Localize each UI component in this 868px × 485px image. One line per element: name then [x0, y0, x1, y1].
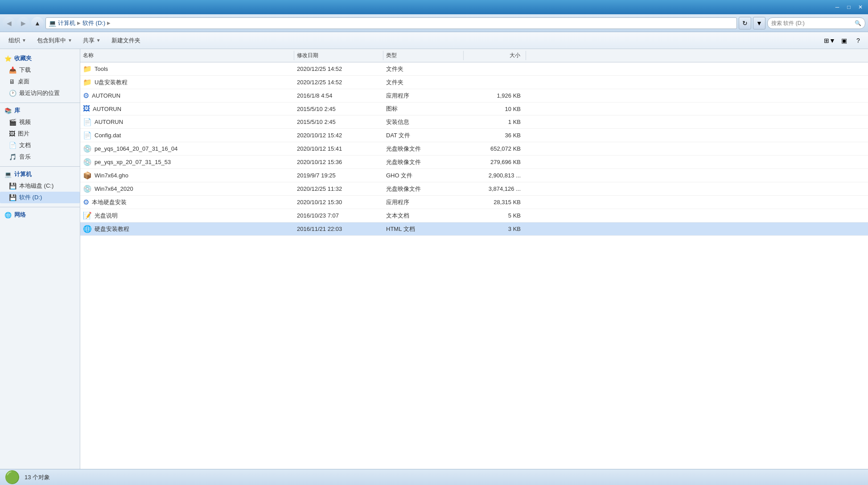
desktop-label: 桌面	[18, 78, 29, 86]
view-icon: ⊞	[824, 37, 829, 44]
favorites-label: 收藏夹	[14, 54, 32, 62]
file-type-icon: 💿	[83, 158, 92, 166]
col-header-size[interactable]: 大小	[464, 51, 526, 60]
file-cell-size: 36 KB	[464, 131, 526, 140]
title-bar: ─ □ ✕	[0, 0, 868, 14]
libraries-label: 库	[14, 107, 20, 115]
file-cell-type: GHO 文件	[383, 171, 464, 181]
file-row[interactable]: 💿 Win7x64_2020 2020/12/25 11:32 光盘映像文件 3…	[80, 182, 868, 196]
sidebar-item-cdrive[interactable]: 💾 本地磁盘 (C:)	[0, 180, 80, 192]
sidebar-section-libraries: 📚 库 🎬 视频 🖼 图片 📄 文档 🎵 音乐	[0, 105, 80, 163]
library-chevron: ▼	[68, 38, 72, 43]
breadcrumb-arrow: ▶	[107, 21, 111, 25]
file-row[interactable]: 💿 pe_yqs_xp_20_07_31_15_53 2020/10/12 15…	[80, 156, 868, 169]
file-row[interactable]: ⚙ 本地硬盘安装 2020/10/12 15:30 应用程序 28,315 KB	[80, 196, 868, 209]
file-cell-name: 📝 光盘说明	[80, 210, 294, 221]
file-name: Win7x64_2020	[95, 185, 133, 192]
file-cell-name: 💿 pe_yqs_xp_20_07_31_15_53	[80, 157, 294, 167]
file-cell-date: 2016/10/23 7:07	[294, 211, 383, 220]
file-row[interactable]: 📁 Tools 2020/12/25 14:52 文件夹	[80, 62, 868, 76]
file-type-icon: 💿	[83, 144, 92, 153]
file-cell-size: 652,072 KB	[464, 144, 526, 153]
video-label: 视频	[19, 118, 31, 126]
sidebar-divider-3	[0, 207, 80, 207]
organize-button[interactable]: 组织 ▼	[4, 34, 31, 47]
pictures-label: 图片	[18, 130, 29, 138]
sidebar-item-pictures[interactable]: 🖼 图片	[0, 128, 80, 140]
file-row[interactable]: 📄 Config.dat 2020/10/12 15:42 DAT 文件 36 …	[80, 129, 868, 142]
help-label: ?	[856, 37, 860, 44]
view-options-button[interactable]: ⊞ ▼	[823, 34, 836, 47]
sidebar-item-download[interactable]: 📥 下载	[0, 64, 80, 76]
file-cell-size: 3,874,126 ...	[464, 185, 526, 193]
file-cell-date: 2015/5/10 2:45	[294, 105, 383, 113]
ddrive-label: 软件 (D:)	[19, 193, 42, 201]
file-cell-type: 应用程序	[383, 91, 464, 101]
close-button[interactable]: ✕	[855, 2, 866, 12]
file-row[interactable]: ⚙ AUTORUN 2016/1/8 4:54 应用程序 1,926 KB	[80, 89, 868, 103]
col-header-name[interactable]: 名称	[80, 51, 294, 60]
breadcrumb-drive[interactable]: 软件 (D:)	[82, 19, 105, 27]
dropdown-button[interactable]: ▼	[753, 17, 765, 29]
file-row[interactable]: 🖼 AUTORUN 2015/5/10 2:45 图标 10 KB	[80, 103, 868, 115]
search-input[interactable]	[771, 20, 853, 26]
file-cell-type: 光盘映像文件	[383, 144, 464, 154]
maximize-button[interactable]: □	[843, 2, 855, 12]
sidebar-item-ddrive[interactable]: 💾 软件 (D:)	[0, 192, 80, 203]
sidebar-header-network[interactable]: 🌐 网络	[0, 209, 80, 221]
file-rows: 📁 Tools 2020/12/25 14:52 文件夹 📁 U盘安装教程 20…	[80, 62, 868, 236]
file-cell-size: 28,315 KB	[464, 198, 526, 206]
breadcrumb-computer[interactable]: 计算机	[58, 19, 75, 27]
sidebar-item-desktop[interactable]: 🖥 桌面	[0, 76, 80, 87]
share-button[interactable]: 共享 ▼	[78, 34, 106, 47]
file-cell-size: 1,926 KB	[464, 91, 526, 100]
file-cell-name: 📄 Config.dat	[80, 130, 294, 140]
desktop-icon: 🖥	[9, 78, 15, 85]
file-row[interactable]: 📄 AUTORUN 2015/5/10 2:45 安装信息 1 KB	[80, 115, 868, 129]
col-header-type[interactable]: 类型	[383, 51, 464, 60]
file-cell-date: 2019/9/7 19:25	[294, 171, 383, 180]
sidebar-header-computer[interactable]: 💻 计算机	[0, 169, 80, 180]
new-folder-label: 新建文件夹	[111, 37, 140, 45]
file-cell-name: 💿 pe_yqs_1064_20_07_31_16_04	[80, 144, 294, 154]
file-row[interactable]: 📁 U盘安装教程 2020/12/25 14:52 文件夹	[80, 76, 868, 89]
file-row[interactable]: 🌐 硬盘安装教程 2016/11/21 22:03 HTML 文档 3 KB	[80, 222, 868, 236]
file-type-icon: 📝	[83, 211, 92, 220]
preview-pane-button[interactable]: ▣	[838, 34, 850, 47]
file-cell-name: 📁 U盘安装教程	[80, 77, 294, 87]
include-library-label: 包含到库中	[37, 37, 66, 45]
sidebar-header-libraries[interactable]: 📚 库	[0, 105, 80, 116]
help-button[interactable]: ?	[852, 34, 864, 47]
file-name: Tools	[95, 66, 108, 72]
file-list-container[interactable]: 名称 修改日期 类型 大小 📁 Tools 2020/12/25 14:52 文…	[80, 49, 868, 469]
refresh-button[interactable]: ↻	[739, 17, 751, 29]
file-cell-date: 2020/12/25 14:52	[294, 65, 383, 73]
up-button[interactable]: ▲	[31, 17, 44, 29]
sidebar-item-video[interactable]: 🎬 视频	[0, 116, 80, 128]
music-icon: 🎵	[9, 153, 16, 160]
sidebar-item-recent[interactable]: 🕐 最近访问的位置	[0, 87, 80, 99]
sidebar-item-music[interactable]: 🎵 音乐	[0, 151, 80, 163]
file-cell-date: 2020/10/12 15:30	[294, 198, 383, 206]
file-name: AUTORUN	[93, 106, 121, 112]
col-header-modified[interactable]: 修改日期	[294, 51, 383, 60]
minimize-button[interactable]: ─	[831, 2, 843, 12]
file-name: 本地硬盘安装	[92, 198, 127, 206]
sidebar-section-computer: 💻 计算机 💾 本地磁盘 (C:) 💾 软件 (D:)	[0, 169, 80, 203]
favorites-icon: ⭐	[4, 55, 12, 62]
sidebar-item-documents[interactable]: 📄 文档	[0, 140, 80, 151]
file-row[interactable]: 📦 Win7x64.gho 2019/9/7 19:25 GHO 文件 2,90…	[80, 169, 868, 182]
include-library-button[interactable]: 包含到库中 ▼	[32, 34, 77, 47]
file-row[interactable]: 💿 pe_yqs_1064_20_07_31_16_04 2020/10/12 …	[80, 142, 868, 156]
file-cell-type: 文件夹	[383, 78, 464, 87]
sidebar-section-network: 🌐 网络	[0, 209, 80, 221]
organize-label: 组织	[8, 37, 20, 45]
file-cell-size: 5 KB	[464, 211, 526, 220]
file-cell-type: HTML 文档	[383, 224, 464, 234]
sidebar-header-favorites[interactable]: ⭐ 收藏夹	[0, 53, 80, 64]
new-folder-button[interactable]: 新建文件夹	[107, 34, 145, 47]
forward-button[interactable]: ▶	[17, 17, 29, 29]
search-box[interactable]: 🔍	[767, 17, 865, 29]
back-button[interactable]: ◀	[3, 17, 15, 29]
file-row[interactable]: 📝 光盘说明 2016/10/23 7:07 文本文档 5 KB	[80, 209, 868, 222]
